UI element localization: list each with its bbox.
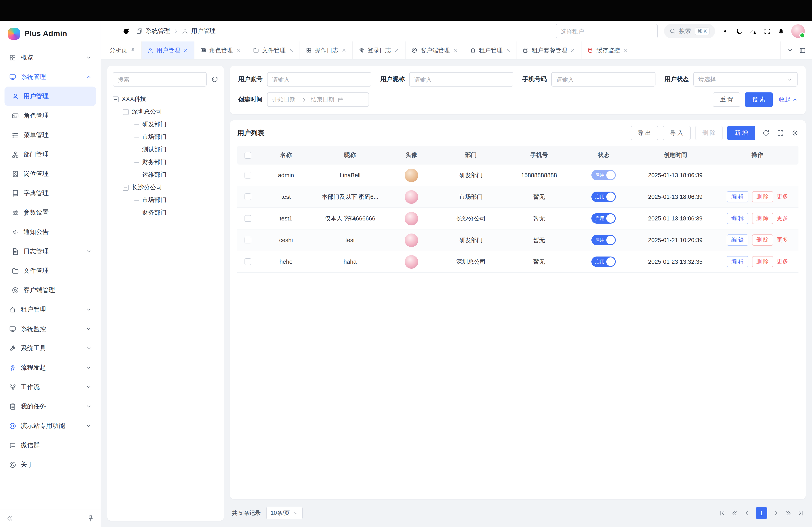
collapse-filters-link[interactable]: 收起 [779,95,798,104]
sidebar-item-wechat-group[interactable]: 微信群 [4,436,96,455]
status-toggle[interactable]: 启用 [591,213,616,224]
tab-role-management[interactable]: 角色管理 [194,42,247,59]
table-fullscreen-icon[interactable] [777,130,784,137]
reset-button[interactable]: 重 置 [713,92,740,107]
close-icon[interactable] [506,48,511,53]
sidebar-item-my-tasks[interactable]: 我的任务 [4,397,96,416]
add-user-button[interactable]: 新 增 [727,126,755,140]
close-icon[interactable] [623,48,628,53]
notification-bell-icon[interactable] [777,27,785,35]
previous-page-icon[interactable] [743,510,750,516]
sidebar-item-tenant-management[interactable]: 租户管理 [4,300,96,319]
tree-node-dept[interactable]: 运维部门 [113,169,218,181]
sidebar-item-post-management[interactable]: 岗位管理 [4,164,96,183]
row-checkbox[interactable] [244,193,251,200]
next-page-icon[interactable] [773,510,780,516]
export-button[interactable]: 导 出 [630,126,658,140]
pin-icon[interactable] [130,48,135,53]
close-icon[interactable] [394,48,399,53]
sidebar-item-demo-features[interactable]: 演示站专用功能 [4,416,96,436]
first-page-icon[interactable] [719,510,726,516]
tree-node-dept[interactable]: 测试部门 [113,144,218,156]
language-switch-icon[interactable] [749,27,757,35]
app-logo[interactable]: Plus Admin [0,21,101,47]
sidebar-item-user-management[interactable]: 用户管理 [4,87,96,106]
close-icon[interactable] [570,48,575,53]
sidebar-item-log-management[interactable]: 日志管理 [4,242,96,261]
sidebar-item-process-initiation[interactable]: 流程发起 [4,358,96,377]
sidebar-item-client-management[interactable]: 客户端管理 [4,281,96,300]
sidebar-item-menu-management[interactable]: 菜单管理 [4,125,96,145]
sidebar-item-notice-announcement[interactable]: 通知公告 [4,222,96,242]
tab-analysis-page[interactable]: 分析页 [104,42,142,59]
status-toggle[interactable]: 启用 [591,170,616,180]
user-avatar[interactable] [791,24,805,38]
status-toggle[interactable]: 启用 [591,235,616,245]
more-actions-link[interactable]: 更多 [777,258,788,266]
tab-cache-monitor[interactable]: 缓存监控 [581,42,634,59]
sidebar-item-system-tools[interactable]: 系统工具 [4,338,96,358]
sidebar-item-dictionary-management[interactable]: 字典管理 [4,183,96,203]
row-checkbox[interactable] [244,172,251,179]
tree-node-company[interactable]: XXX科技 [113,93,218,105]
close-icon[interactable] [289,48,294,53]
sidebar-item-system-management[interactable]: 系统管理 [4,67,96,87]
status-select[interactable]: 请选择 [693,72,798,87]
sidebar-item-about[interactable]: 关于 [4,455,96,474]
tree-node-dept[interactable]: 财务部门 [113,207,218,219]
import-button[interactable]: 导 入 [663,126,691,140]
table-refresh-icon[interactable] [763,130,770,137]
tree-collapse-icon[interactable] [123,109,129,115]
tree-node-shenzhen-hq[interactable]: 深圳总公司 [113,105,218,118]
sidebar-item-file-management[interactable]: 文件管理 [4,261,96,281]
jump-forward-icon[interactable] [785,510,792,516]
hamburger-menu-icon[interactable] [108,27,116,35]
delete-button[interactable]: 删 除 [752,256,773,267]
table-settings-icon[interactable] [791,130,798,137]
tree-node-dept[interactable]: 市场部门 [113,131,218,144]
edit-button[interactable]: 编 辑 [727,191,748,202]
row-checkbox[interactable] [244,258,251,265]
batch-delete-button[interactable]: 删 除 [695,126,723,140]
delete-button[interactable]: 删 除 [752,191,773,202]
global-search-button[interactable]: 搜索 ⌘ K [664,24,715,38]
close-icon[interactable] [183,48,188,53]
tab-user-management[interactable]: 用户管理 [142,42,194,59]
settings-gear-icon[interactable] [721,27,729,35]
fullscreen-icon[interactable] [763,27,771,35]
sidebar-item-role-management[interactable]: 角色管理 [4,106,96,125]
tab-tenant-management[interactable]: 租户管理 [464,42,517,59]
pin-sidebar-icon[interactable] [87,515,94,522]
current-page-button[interactable]: 1 [756,507,767,519]
edit-button[interactable]: 编 辑 [727,213,748,224]
refresh-page-icon[interactable] [122,27,130,35]
content-fullscreen-icon[interactable] [799,47,806,54]
jump-back-icon[interactable] [731,510,738,516]
sidebar-item-department-management[interactable]: 部门管理 [4,145,96,164]
row-checkbox[interactable] [244,215,251,222]
account-input[interactable] [267,72,371,87]
tree-node-dept[interactable]: 市场部门 [113,194,218,207]
sidebar-item-workflow[interactable]: 工作流 [4,377,96,397]
edit-button[interactable]: 编 辑 [727,235,748,246]
more-actions-link[interactable]: 更多 [777,236,788,244]
delete-button[interactable]: 删 除 [752,213,773,224]
breadcrumb-item[interactable]: 系统管理 [146,27,170,35]
nickname-input[interactable] [409,72,513,87]
tree-collapse-icon[interactable] [113,96,119,102]
tree-search-input[interactable] [113,72,207,87]
sidebar-item-overview[interactable]: 概览 [4,48,96,67]
row-checkbox[interactable] [244,237,251,243]
sidebar-item-system-monitor[interactable]: 系统监控 [4,319,96,338]
tree-node-dept[interactable]: 研发部门 [113,118,218,131]
tenant-select-input[interactable] [555,24,657,38]
sidebar-item-parameter-settings[interactable]: 参数设置 [4,203,96,222]
tab-client-management[interactable]: 客户端管理 [406,42,464,59]
more-actions-link[interactable]: 更多 [777,193,788,201]
status-toggle[interactable]: 启用 [591,257,616,267]
more-actions-link[interactable]: 更多 [777,215,788,222]
tab-list-chevron-icon[interactable] [787,47,793,53]
search-button[interactable]: 搜 索 [745,92,773,107]
close-icon[interactable] [342,48,346,53]
edit-button[interactable]: 编 辑 [727,256,748,267]
